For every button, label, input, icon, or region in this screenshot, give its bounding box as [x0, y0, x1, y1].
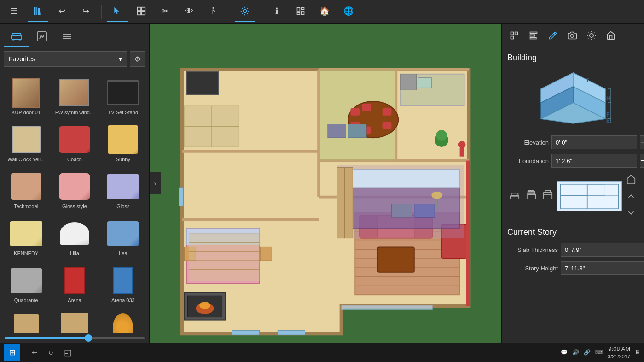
redo-button[interactable]: ↪	[75, 2, 96, 22]
list-item[interactable]: KENNEDY	[2, 213, 50, 260]
list-item[interactable]: Arena	[50, 260, 99, 307]
network-icon[interactable]: 🔗	[584, 349, 591, 356]
svg-point-107	[571, 35, 574, 38]
foundation-decrease-button[interactable]: −	[640, 154, 644, 168]
svg-rect-18	[297, 8, 300, 12]
list-item[interactable]	[50, 307, 99, 333]
layout-button[interactable]	[290, 2, 311, 22]
cut-button[interactable]: ✂	[155, 2, 175, 22]
svg-rect-104	[530, 32, 537, 34]
right-panel-toolbar	[502, 24, 644, 47]
story-icon-3[interactable]	[540, 187, 555, 202]
slider-thumb[interactable]	[85, 334, 92, 342]
story-thumbnail	[557, 181, 622, 211]
furniture-tab[interactable]	[4, 27, 29, 47]
list-item[interactable]: Wall Clock Yell...	[2, 119, 50, 166]
svg-rect-135	[544, 193, 552, 199]
list-item[interactable]: Gloss	[99, 166, 147, 213]
list-item[interactable]: Coach	[50, 119, 99, 166]
window-button[interactable]: ◱	[59, 344, 76, 361]
list-item[interactable]: Lilia	[50, 213, 99, 260]
svg-rect-54	[348, 124, 366, 138]
notifications-icon[interactable]: 🖥	[635, 349, 640, 356]
back-button[interactable]: ←	[26, 344, 43, 361]
svg-rect-76	[189, 234, 259, 281]
right-panel: Building T H	[501, 24, 644, 343]
svg-rect-70	[378, 247, 414, 272]
walk-button[interactable]	[203, 2, 223, 22]
svg-line-16	[242, 13, 243, 14]
list-item[interactable]: Sunny	[99, 119, 147, 166]
foundation-input[interactable]	[551, 154, 637, 168]
add-floor-button[interactable]	[624, 172, 638, 187]
home-settings-button[interactable]	[602, 27, 620, 44]
volume-icon[interactable]: 🔊	[572, 349, 579, 356]
zoom-slider[interactable]	[0, 333, 149, 343]
story-icons	[507, 187, 555, 202]
start-button[interactable]: ⊞	[4, 344, 20, 361]
align-button[interactable]	[525, 27, 542, 44]
up-button[interactable]	[624, 189, 638, 204]
menu-button[interactable]: ☰	[4, 2, 24, 22]
elevation-row: Elevation − +	[507, 135, 638, 149]
sun-button[interactable]	[235, 2, 255, 22]
snap-button[interactable]	[505, 27, 523, 44]
svg-rect-44	[350, 108, 360, 116]
house-button[interactable]: 🏠	[314, 2, 335, 22]
elevation-decrease-button[interactable]: −	[640, 135, 644, 149]
library-button[interactable]	[28, 2, 48, 22]
list-item[interactable]: FW symm wind...	[50, 72, 99, 119]
expand-panel-button[interactable]: ›	[150, 172, 161, 194]
list-item[interactable]: Arena 033	[99, 260, 147, 307]
svg-rect-89	[460, 148, 464, 157]
svg-rect-21	[297, 12, 300, 14]
list-item[interactable]: Gloss style	[50, 166, 99, 213]
elevation-input[interactable]	[551, 135, 637, 149]
svg-rect-100	[466, 161, 470, 306]
list-item[interactable]	[99, 307, 147, 333]
svg-rect-48	[362, 104, 371, 111]
undo-button[interactable]: ↩	[52, 2, 72, 22]
list-item[interactable]: KUP door 01	[2, 72, 50, 119]
list-item[interactable]: TV Set Stand	[99, 72, 147, 119]
svg-point-108	[590, 34, 593, 37]
list-tab[interactable]	[54, 27, 80, 47]
view-button[interactable]: 👁	[179, 2, 199, 22]
canvas-area[interactable]: ›	[150, 24, 501, 343]
list-item[interactable]: Lea	[99, 213, 147, 260]
sun-settings-button[interactable]	[583, 27, 600, 44]
foundation-row: Foundation − +	[507, 154, 638, 168]
story-icon-1[interactable]	[507, 187, 522, 202]
info-button[interactable]: ℹ	[267, 2, 287, 22]
svg-line-17	[247, 8, 248, 9]
chevron-down-icon: ▾	[119, 55, 122, 63]
group-button[interactable]	[131, 2, 151, 22]
design-tab[interactable]	[29, 27, 54, 47]
story-icon-2[interactable]	[524, 187, 539, 202]
svg-text:F: F	[606, 111, 609, 118]
globe-button[interactable]: 🌐	[338, 2, 359, 22]
svg-rect-3	[40, 9, 41, 15]
chat-icon[interactable]: 💬	[561, 349, 568, 356]
circle-button[interactable]: ○	[43, 344, 59, 361]
settings-button[interactable]: ⚙	[130, 51, 145, 67]
svg-rect-102	[515, 32, 518, 35]
list-item[interactable]	[2, 307, 50, 333]
svg-point-8	[212, 7, 214, 9]
select-button[interactable]	[107, 2, 128, 22]
down-button[interactable]	[624, 205, 638, 220]
favorites-dropdown[interactable]: Favorites ▾	[4, 51, 127, 67]
right-panel-body: Building T H	[502, 47, 644, 343]
camera-button[interactable]	[563, 27, 581, 44]
story-height-input[interactable]	[561, 261, 644, 275]
top-toolbar: ☰ ↩ ↪ ✂ 👁 ℹ 🏠 🌐	[0, 0, 644, 24]
list-item[interactable]: Quadrante	[2, 260, 50, 307]
left-panel: Favorites ▾ ⚙ KUP door 01 FW symm wind..…	[0, 24, 150, 343]
list-item[interactable]: Techmodel	[2, 166, 50, 213]
keyboard-icon[interactable]: ⌨	[595, 349, 603, 356]
main-content: Favorites ▾ ⚙ KUP door 01 FW symm wind..…	[0, 24, 644, 343]
edit-button[interactable]	[544, 27, 562, 44]
slab-thickness-input[interactable]	[561, 243, 644, 257]
svg-line-111	[589, 33, 589, 33]
svg-rect-138	[561, 184, 619, 208]
